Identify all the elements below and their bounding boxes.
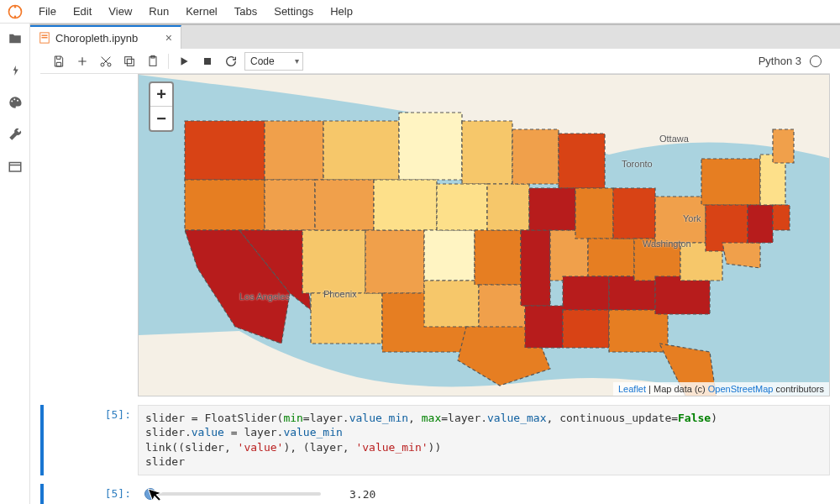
kernel-indicator-icon[interactable]	[810, 55, 822, 67]
svg-rect-56	[748, 205, 773, 243]
svg-rect-52	[655, 197, 706, 243]
celltype-select[interactable]: Code	[244, 52, 303, 71]
svg-rect-38	[521, 230, 550, 306]
divider	[168, 54, 169, 69]
svg-rect-46	[609, 276, 655, 310]
notebook-icon	[39, 32, 50, 44]
svg-rect-44	[588, 239, 634, 276]
save-button[interactable]	[49, 51, 69, 71]
choropleth-map	[139, 75, 830, 396]
svg-rect-50	[634, 239, 680, 281]
zoom-control: + −	[149, 81, 174, 132]
menubar: File Edit View Run Kernel Tabs Settings …	[0, 0, 840, 24]
svg-rect-42	[529, 188, 575, 230]
zoom-out-button[interactable]: −	[150, 107, 172, 130]
cell-gutter	[40, 484, 44, 504]
menu-view[interactable]: View	[100, 2, 140, 21]
svg-rect-13	[125, 56, 132, 63]
leaflet-link[interactable]: Leaflet	[618, 384, 646, 394]
svg-rect-25	[315, 180, 374, 230]
cell-gutter	[40, 405, 44, 475]
tab-bar: Choropleth.ipynb ×	[30, 24, 840, 49]
svg-rect-43	[575, 188, 613, 239]
svg-rect-39	[525, 306, 563, 348]
notebook-area: + −	[30, 74, 840, 504]
menu-run[interactable]: Run	[140, 2, 177, 21]
tab-title: Choropleth.ipynb	[55, 32, 138, 45]
svg-rect-48	[609, 310, 668, 352]
svg-rect-26	[365, 230, 424, 293]
folder-icon[interactable]	[7, 30, 24, 47]
svg-rect-6	[9, 163, 21, 172]
left-sidebar	[0, 24, 30, 504]
svg-rect-33	[437, 184, 487, 230]
svg-rect-45	[563, 276, 609, 310]
svg-rect-12	[127, 59, 134, 66]
svg-rect-22	[302, 230, 365, 293]
svg-rect-24	[323, 121, 399, 180]
code-cell-5[interactable]: [5]: slider = FloatSlider(min=layer.valu…	[40, 405, 830, 475]
svg-rect-51	[655, 276, 710, 314]
svg-rect-30	[424, 230, 475, 281]
tab-choropleth[interactable]: Choropleth.ipynb ×	[30, 25, 181, 49]
jupyter-logo-icon	[7, 3, 24, 20]
add-cell-button[interactable]	[72, 51, 92, 71]
menu-edit[interactable]: Edit	[65, 2, 100, 21]
svg-rect-34	[475, 230, 521, 285]
close-icon[interactable]: ×	[165, 31, 172, 45]
svg-rect-31	[424, 281, 479, 327]
svg-rect-54	[701, 159, 760, 205]
svg-rect-36	[487, 184, 529, 230]
menu-kernel[interactable]: Kernel	[177, 2, 226, 21]
run-button[interactable]	[174, 51, 194, 71]
osm-link[interactable]: OpenStreetMap	[708, 384, 774, 394]
svg-rect-49	[613, 188, 655, 239]
paste-button[interactable]	[143, 51, 163, 71]
code-editor[interactable]: slider = FloatSlider(min=layer.value_min…	[138, 405, 830, 475]
svg-point-2	[14, 15, 17, 18]
svg-rect-37	[512, 129, 559, 184]
svg-point-3	[11, 101, 13, 102]
svg-rect-9	[42, 37, 48, 38]
notebook-toolbar: Code Python 3	[40, 49, 830, 74]
svg-rect-19	[185, 180, 265, 230]
slider-value: 3.20	[349, 488, 375, 501]
svg-rect-32	[462, 121, 512, 184]
in-prompt: [5]:	[45, 405, 138, 475]
svg-rect-8	[42, 35, 48, 36]
svg-rect-23	[311, 293, 382, 344]
palette-icon[interactable]	[7, 94, 24, 111]
svg-rect-47	[563, 310, 609, 348]
map-attribution: Leaflet | Map data (c) OpenStreetMap con…	[613, 382, 829, 396]
out-prompt: [5]:	[45, 484, 138, 504]
slider-thumb[interactable]	[144, 488, 156, 500]
menu-file[interactable]: File	[30, 2, 65, 21]
svg-rect-20	[265, 121, 323, 180]
svg-point-1	[14, 5, 17, 7]
svg-rect-16	[204, 58, 211, 65]
svg-rect-18	[185, 121, 265, 180]
running-icon[interactable]	[7, 62, 24, 79]
svg-rect-21	[265, 180, 315, 230]
menu-settings[interactable]: Settings	[265, 2, 322, 21]
tabs-icon[interactable]	[7, 158, 24, 175]
svg-rect-35	[479, 285, 525, 331]
map-output[interactable]: + −	[138, 74, 830, 396]
output-cell-5: [5]: 3.20	[40, 484, 830, 504]
svg-point-4	[13, 98, 15, 100]
copy-button[interactable]	[119, 51, 139, 71]
svg-rect-29	[374, 180, 437, 230]
cut-button[interactable]	[96, 51, 116, 71]
menu-tabs[interactable]: Tabs	[226, 2, 265, 21]
wrench-icon[interactable]	[7, 126, 24, 143]
kernel-name: Python 3	[759, 55, 801, 67]
svg-rect-28	[399, 113, 462, 180]
svg-rect-41	[559, 134, 605, 188]
zoom-in-button[interactable]: +	[150, 83, 172, 107]
stop-button[interactable]	[197, 51, 218, 71]
float-slider[interactable]	[144, 492, 321, 496]
svg-rect-59	[773, 205, 790, 230]
menu-help[interactable]: Help	[322, 2, 361, 21]
svg-rect-58	[773, 129, 794, 163]
restart-button[interactable]	[221, 51, 241, 71]
